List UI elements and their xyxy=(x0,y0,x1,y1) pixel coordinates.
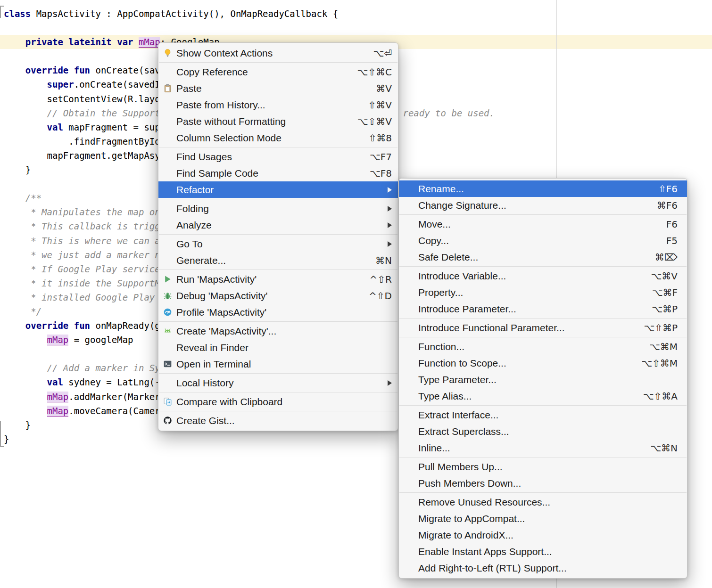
menu-item-migrate-to-androidx[interactable]: Migrate to AndroidX... xyxy=(399,527,687,543)
menu-item-shortcut: ⇧⌘8 xyxy=(369,132,392,144)
menu-item-remove-unused-resources[interactable]: Remove Unused Resources... xyxy=(399,494,687,510)
code-token: override fun xyxy=(25,320,90,331)
terminal-icon xyxy=(163,359,176,369)
code-line[interactable]: class MapsActivity : AppCompatActivity()… xyxy=(0,7,712,21)
menu-item-introduce-variable[interactable]: Introduce Variable...⌥⌘V xyxy=(399,268,687,284)
menu-item-column-selection-mode[interactable]: Column Selection Mode⇧⌘8 xyxy=(158,130,398,146)
menu-separator xyxy=(159,199,397,199)
menu-separator xyxy=(159,373,397,374)
debug-icon xyxy=(163,291,176,301)
menu-item-type-alias[interactable]: Type Alias...⌥⇧⌘A xyxy=(399,388,687,404)
menu-item-label: Extract Interface... xyxy=(418,409,678,421)
menu-item-enable-instant-apps-support[interactable]: Enable Instant Apps Support... xyxy=(399,543,687,560)
menu-item-compare-with-clipboard[interactable]: Compare with Clipboard xyxy=(158,393,398,410)
menu-item-paste-without-formatting[interactable]: Paste without Formatting⌥⇧⌘V xyxy=(158,113,398,130)
menu-item-label: Folding xyxy=(176,203,381,214)
github-icon xyxy=(163,416,176,425)
code-token xyxy=(4,292,31,302)
menu-item-analyze[interactable]: Analyze xyxy=(158,217,398,233)
menu-item-introduce-functional-parameter[interactable]: Introduce Functional Parameter...⌥⇧⌘P xyxy=(399,319,687,336)
menu-item-show-context-actions[interactable]: Show Context Actions⌥⏎ xyxy=(158,45,398,61)
menu-item-property[interactable]: Property...⌥⌘F xyxy=(399,284,687,301)
menu-item-local-history[interactable]: Local History xyxy=(158,375,398,391)
menu-item-move[interactable]: Move...F6 xyxy=(399,216,687,232)
icon-placeholder xyxy=(163,239,176,249)
code-token: MapsActivity : AppCompatActivity(), OnMa… xyxy=(31,8,338,19)
menu-item-migrate-to-appcompat[interactable]: Migrate to AppCompat... xyxy=(399,510,687,527)
menu-item-create-mapsactivity[interactable]: Create 'MapsActivity'... xyxy=(158,323,398,339)
menu-item-folding[interactable]: Folding xyxy=(158,200,398,217)
menu-item-type-parameter[interactable]: Type Parameter... xyxy=(399,371,687,388)
menu-item-shortcut: ⌘V xyxy=(376,83,392,94)
menu-item-label: Rename... xyxy=(418,183,647,195)
menu-item-change-signature[interactable]: Change Signature...⌘F6 xyxy=(399,197,687,213)
menu-separator xyxy=(399,492,687,493)
code-token xyxy=(4,108,47,118)
menu-item-extract-superclass[interactable]: Extract Superclass... xyxy=(399,423,687,440)
menu-item-function-to-scope[interactable]: Function to Scope...⌥⇧⌘M xyxy=(399,355,687,371)
mmap-symbol-highlight: mMap xyxy=(47,335,69,345)
menu-item-pull-members-up[interactable]: Pull Members Up... xyxy=(399,458,687,475)
menu-item-label: Compare with Clipboard xyxy=(176,396,392,408)
code-token xyxy=(4,193,25,203)
menu-item-function[interactable]: Function...⌥⌘M xyxy=(399,338,687,355)
menu-separator xyxy=(399,318,687,318)
submenu-arrow-icon xyxy=(388,206,392,212)
menu-item-find-usages[interactable]: Find Usages⌥F7 xyxy=(158,148,398,165)
menu-item-introduce-parameter[interactable]: Introduce Parameter...⌥⌘P xyxy=(399,301,687,317)
menu-item-open-in-terminal[interactable]: Open in Terminal xyxy=(158,356,398,372)
menu-item-label: Find Usages xyxy=(176,151,358,163)
menu-item-extract-interface[interactable]: Extract Interface... xyxy=(399,407,687,423)
menu-separator xyxy=(159,411,397,411)
menu-item-shortcut: ^⇧D xyxy=(369,290,392,302)
code-token xyxy=(4,306,31,317)
menu-item-label: Migrate to AndroidX... xyxy=(418,530,678,541)
menu-item-generate[interactable]: Generate...⌘N xyxy=(158,252,398,269)
menu-item-shortcut: ⌥⌘N xyxy=(650,442,678,454)
menu-item-profile-mapsactivity[interactable]: Profile 'MapsActivity' xyxy=(158,304,398,320)
menu-item-copy-reference[interactable]: Copy Reference⌥⇧⌘C xyxy=(158,64,398,80)
menu-item-push-members-down[interactable]: Push Members Down... xyxy=(399,475,687,491)
menu-item-inline[interactable]: Inline...⌥⌘N xyxy=(399,440,687,456)
code-token xyxy=(4,278,31,288)
menu-item-shortcut: ⌥⇧⌘A xyxy=(643,391,678,402)
code-token: } xyxy=(4,420,31,430)
menu-item-safe-delete[interactable]: Safe Delete...⌘⌦ xyxy=(399,249,687,265)
menu-item-paste[interactable]: Paste⌘V xyxy=(158,80,398,97)
menu-item-refactor[interactable]: Refactor xyxy=(158,181,398,198)
menu-item-add-right-to-left-rtl-support[interactable]: Add Right-to-Left (RTL) Support... xyxy=(399,560,687,576)
code-token xyxy=(4,250,31,260)
menu-item-reveal-in-finder[interactable]: Reveal in Finder xyxy=(158,339,398,356)
menu-item-label: Introduce Variable... xyxy=(418,270,639,282)
icon-placeholder xyxy=(163,133,176,143)
menu-item-go-to[interactable]: Go To xyxy=(158,236,398,252)
menu-item-label: Create 'MapsActivity'... xyxy=(176,326,392,337)
code-token xyxy=(133,37,139,47)
icon-placeholder xyxy=(163,185,176,195)
menu-item-shortcut: ⌥⌘P xyxy=(652,303,678,315)
code-token xyxy=(4,37,25,47)
mmap-symbol-highlight: mMap xyxy=(139,37,160,48)
profile-icon xyxy=(163,308,176,317)
menu-item-create-gist[interactable]: Create Gist... xyxy=(158,412,398,429)
menu-item-label: Refactor xyxy=(176,184,381,196)
code-token: = googleMap xyxy=(68,335,133,345)
menu-item-label: Copy... xyxy=(418,235,655,246)
menu-item-label: Type Parameter... xyxy=(418,374,678,385)
menu-item-run-mapsactivity[interactable]: Run 'MapsActivity'^⇧R xyxy=(158,271,398,287)
menu-item-rename[interactable]: Rename...⇧F6 xyxy=(399,180,687,197)
menu-item-debug-mapsactivity[interactable]: Debug 'MapsActivity'^⇧D xyxy=(158,287,398,304)
submenu-arrow-icon xyxy=(388,241,392,247)
menu-item-copy[interactable]: Copy...F5 xyxy=(399,232,687,249)
menu-item-paste-from-history[interactable]: Paste from History...⇧⌘V xyxy=(158,97,398,113)
icon-placeholder xyxy=(163,152,176,162)
menu-item-shortcut: ⌘F6 xyxy=(657,200,678,211)
code-line[interactable] xyxy=(0,21,712,35)
menu-item-label: Function... xyxy=(418,341,638,352)
menu-separator xyxy=(159,234,397,235)
menu-separator xyxy=(159,62,397,63)
icon-placeholder xyxy=(163,378,176,388)
menu-item-find-sample-code[interactable]: Find Sample Code⌥F8 xyxy=(158,165,398,181)
menu-item-label: Local History xyxy=(176,377,381,389)
code-token xyxy=(4,221,31,231)
